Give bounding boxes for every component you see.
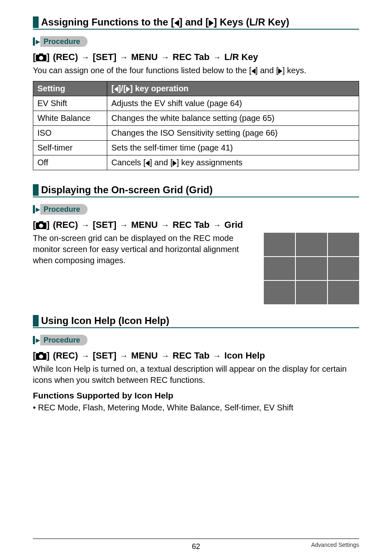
- breadcrumb-iconhelp: [] (REC) → [SET] → MENU → REC Tab → Icon…: [33, 350, 359, 361]
- procedure-label: Procedure: [40, 204, 88, 215]
- arrow-icon: →: [120, 221, 128, 229]
- procedure-arrow-icon: ▶: [36, 206, 40, 213]
- grid-body: The on-screen grid can be displayed on t…: [33, 233, 256, 266]
- camera-icon: [36, 221, 46, 229]
- arrow-icon: →: [81, 53, 90, 61]
- camera-bracket: []: [33, 220, 50, 230]
- page: Assigning Functions to the [] and [] Key…: [0, 0, 392, 558]
- cell-setting: EV Shift: [33, 96, 107, 111]
- grid-cell: [264, 281, 295, 304]
- th-setting: Setting: [33, 81, 107, 96]
- crumb-rec: (REC): [53, 350, 78, 361]
- table-row: White Balance Changes the white balance …: [33, 111, 359, 126]
- crumb-menu: MENU: [131, 350, 158, 361]
- procedure-label: Procedure: [40, 36, 88, 47]
- cell-op: Cancels [] and [] key assignments: [107, 155, 359, 170]
- grid-illustration: [264, 233, 359, 304]
- table-row: ISO Changes the ISO Sensitivity setting …: [33, 126, 359, 141]
- section-title: Using Icon Help (Icon Help): [41, 315, 169, 326]
- cell-op: Changes the white balance setting (page …: [107, 111, 359, 126]
- camera-bracket: []: [33, 350, 50, 361]
- procedure-pill-wrap: ▶ Procedure: [33, 36, 359, 47]
- grid-cell: [264, 233, 295, 256]
- grid-cell: [328, 281, 359, 304]
- settings-table: Setting []/[] key operation EV Shift Adj…: [33, 81, 359, 170]
- triangle-right-icon: [173, 160, 177, 166]
- arrow-icon: →: [161, 221, 169, 229]
- page-footer: 62 Advanced Settings: [33, 538, 359, 548]
- crumb-rectab: REC Tab: [173, 52, 210, 63]
- cell-op: Sets the self-timer time (page 41): [107, 141, 359, 155]
- triangle-right-icon: [278, 68, 282, 74]
- camera-bracket: []: [33, 52, 50, 63]
- section-bar-icon: [33, 16, 39, 28]
- procedure-pill-wrap: ▶ Procedure: [33, 335, 359, 345]
- arrow-icon: →: [120, 53, 128, 61]
- grid-cell: [296, 281, 327, 304]
- grid-cell: [328, 233, 359, 256]
- procedure-tick-icon: [33, 336, 35, 344]
- th-operation: []/[] key operation: [107, 81, 359, 96]
- arrow-icon: →: [213, 352, 221, 360]
- breadcrumb-grid: [] (REC) → [SET] → MENU → REC Tab → Grid: [33, 220, 359, 230]
- iconhelp-body: While Icon Help is turned on, a textual …: [33, 364, 359, 386]
- section-heading-lrkey: Assigning Functions to the [] and [] Key…: [33, 16, 359, 30]
- procedure-arrow-icon: ▶: [36, 38, 40, 45]
- camera-icon: [36, 352, 46, 360]
- crumb-set: [SET]: [93, 52, 116, 63]
- crumb-rectab: REC Tab: [173, 220, 210, 230]
- crumb-rectab: REC Tab: [173, 350, 210, 361]
- procedure-pill-wrap: ▶ Procedure: [33, 204, 359, 215]
- crumb-target: Grid: [224, 220, 243, 230]
- arrow-icon: →: [81, 221, 90, 229]
- triangle-left-icon: [251, 68, 256, 74]
- table-row: EV Shift Adjusts the EV shift value (pag…: [33, 96, 359, 111]
- procedure-label: Procedure: [40, 335, 88, 345]
- grid-cell: [264, 257, 295, 280]
- section-title: Displaying the On-screen Grid (Grid): [41, 184, 212, 196]
- arrow-icon: →: [161, 53, 169, 61]
- arrow-icon: →: [213, 53, 221, 61]
- cell-setting: ISO: [33, 126, 107, 141]
- cell-op: Changes the ISO Sensitivity setting (pag…: [107, 126, 359, 141]
- crumb-set: [SET]: [93, 350, 116, 361]
- section-heading-iconhelp: Using Icon Help (Icon Help): [33, 315, 359, 328]
- crumb-rec: (REC): [53, 220, 78, 230]
- grid-content-row: The on-screen grid can be displayed on t…: [33, 233, 359, 304]
- procedure-arrow-icon: ▶: [36, 337, 40, 343]
- cell-setting: Self-timer: [33, 141, 107, 155]
- page-number: 62: [33, 542, 359, 551]
- procedure-tick-icon: [33, 37, 35, 46]
- arrow-icon: →: [213, 221, 221, 229]
- iconhelp-bullet: • REC Mode, Flash, Metering Mode, White …: [33, 402, 359, 413]
- section-title: Assigning Functions to the [] and [] Key…: [41, 16, 289, 28]
- section-bar-icon: [33, 315, 39, 326]
- triangle-left-icon: [145, 160, 150, 166]
- grid-cell: [328, 257, 359, 280]
- breadcrumb-lrkey: [] (REC) → [SET] → MENU → REC Tab → L/R …: [33, 52, 359, 63]
- crumb-rec: (REC): [53, 52, 78, 63]
- table-row: Self-timer Sets the self-timer time (pag…: [33, 141, 359, 155]
- cell-setting: Off: [33, 155, 107, 170]
- arrow-icon: →: [81, 352, 90, 360]
- arrow-icon: →: [161, 352, 169, 360]
- crumb-set: [SET]: [93, 220, 116, 230]
- section-heading-grid: Displaying the On-screen Grid (Grid): [33, 184, 359, 197]
- arrow-icon: →: [120, 352, 128, 360]
- section-bar-icon: [33, 184, 39, 196]
- grid-cell: [296, 257, 327, 280]
- triangle-right-icon: [126, 86, 130, 92]
- lrkey-intro: You can assign one of the four functions…: [33, 65, 359, 76]
- crumb-menu: MENU: [131, 220, 158, 230]
- triangle-right-icon: [209, 20, 214, 26]
- cell-op: Adjusts the EV shift value (page 64): [107, 96, 359, 111]
- table-row: Off Cancels [] and [] key assignments: [33, 155, 359, 170]
- cell-setting: White Balance: [33, 111, 107, 126]
- grid-cell: [296, 233, 327, 256]
- crumb-target: L/R Key: [224, 52, 258, 63]
- triangle-left-icon: [174, 20, 179, 26]
- table-header-row: Setting []/[] key operation: [33, 81, 359, 96]
- crumb-menu: MENU: [131, 52, 158, 63]
- triangle-left-icon: [114, 86, 118, 92]
- iconhelp-subhead: Functions Supported by Icon Help: [33, 391, 359, 401]
